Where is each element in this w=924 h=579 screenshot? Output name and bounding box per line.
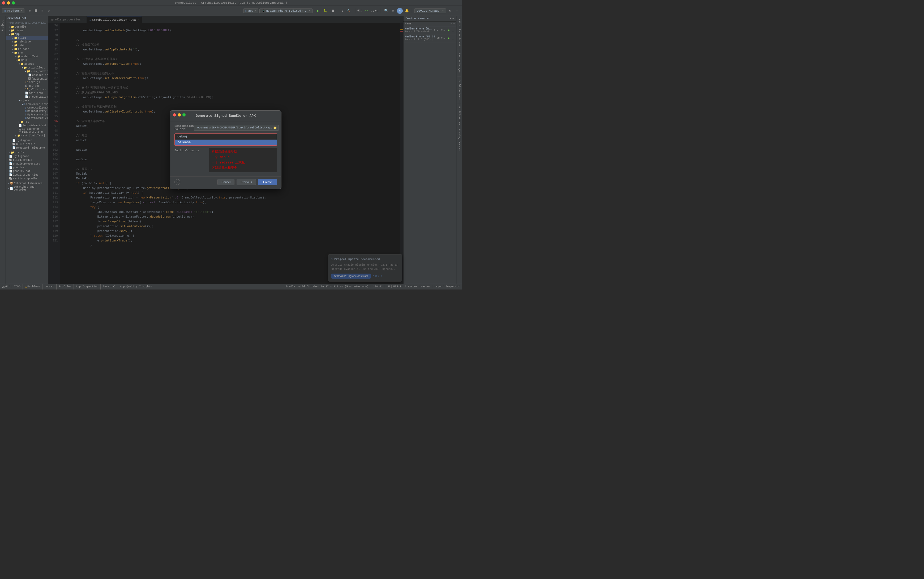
project-tab[interactable]: Project: [1, 18, 5, 33]
search-button[interactable]: 🔍: [383, 8, 389, 14]
tree-item-assets[interactable]: ▼ 📁 assets: [6, 62, 48, 66]
device-2-play[interactable]: ▶: [448, 36, 450, 40]
api-links-tab[interactable]: API Links Assistant: [457, 18, 461, 48]
git-icon1[interactable]: ↗: [369, 9, 370, 13]
debug-button[interactable]: 🐛: [322, 8, 329, 14]
terminal-tab[interactable]: Terminal: [101, 284, 118, 290]
tree-item-cashier[interactable]: 📄 cashier.html: [6, 73, 48, 77]
tree-item-favicon[interactable]: 🖼 favicon.ico: [6, 77, 48, 81]
folder-browse-icon[interactable]: 📁: [273, 126, 277, 129]
tree-item-gradlew[interactable]: 📄 gradlew: [6, 165, 48, 169]
stop-button[interactable]: ⏹: [329, 8, 336, 14]
tree-item-main-class[interactable]: C MainActivity: [6, 110, 48, 113]
tree-item-unittest[interactable]: ▶ 📁 test [unitTest]: [6, 134, 48, 137]
project-dropdown[interactable]: ◫ Project ▾: [2, 8, 25, 13]
device-manager-tab[interactable]: Device Manager: [457, 51, 461, 75]
maximize-button[interactable]: [11, 1, 15, 5]
destination-input[interactable]: -ocuments/ZBKJ/CODEMANGER/SunMi/crmebCol…: [194, 125, 279, 131]
tree-item-buildgradle-app[interactable]: 🐘 build.gradle: [6, 142, 48, 146]
git-check1[interactable]: ✓: [364, 9, 366, 13]
run-config-dropdown[interactable]: ▶ app ▾: [243, 8, 258, 13]
tree-item-gradlew-bat[interactable]: 📄 gradlew.bat: [6, 169, 48, 173]
tree-item-localprops[interactable]: 📄 local.properties: [6, 173, 48, 177]
notifications-tab[interactable]: Notifications: [457, 105, 461, 127]
previous-button[interactable]: Previous: [237, 179, 256, 185]
tree-item-app[interactable]: ▼ 📁 app: [6, 33, 48, 36]
build-variants-tab[interactable]: Build Variants: [457, 78, 461, 101]
toolbar-icon-2[interactable]: ☰: [33, 8, 39, 14]
tree-item-release[interactable]: ▶ 📁 release: [6, 47, 48, 51]
toolbar-icon-4[interactable]: ⚙: [46, 8, 51, 14]
tree-item-mainhtml[interactable]: 📄 main.html: [6, 91, 48, 95]
tree-item-libs[interactable]: ▶ 📁 libs: [6, 44, 48, 47]
cancel-button[interactable]: Cancel: [218, 179, 234, 185]
notifications-button[interactable]: 🔔: [404, 8, 410, 14]
modal-maximize[interactable]: [182, 113, 185, 116]
device-1-more[interactable]: ⋮: [451, 28, 455, 32]
list-item-debug[interactable]: debug: [175, 134, 277, 139]
logcat-tab[interactable]: Logcat: [43, 284, 57, 290]
tree-item-src[interactable]: ▼ 📁 src: [6, 51, 48, 55]
git-status[interactable]: Git: [5, 285, 10, 288]
app-inspection-tab[interactable]: App Inspection: [74, 284, 101, 290]
tree-item-res[interactable]: ▶ 📁 res: [6, 120, 48, 124]
git-icon5[interactable]: ◫: [377, 9, 378, 13]
modal-close[interactable]: [173, 113, 176, 116]
tree-item-settingsgradle[interactable]: 🐘 settings.gradle: [6, 177, 48, 180]
tree-item-crm-class[interactable]: C CrmebCollectActicity: [6, 106, 48, 110]
git-icon3[interactable]: ↺: [373, 9, 374, 13]
tree-item-java[interactable]: ▼ ☕ java: [6, 99, 48, 102]
device-item-1[interactable]: Medium Phone (Edited) AP... Android Tira…: [403, 26, 456, 34]
modal-minimize[interactable]: [178, 113, 181, 116]
settings-button[interactable]: ⚙: [390, 8, 396, 14]
tree-item-androidtest[interactable]: ▶ 📁 androidTest: [6, 55, 48, 58]
layout-inspector-tab[interactable]: Layout Inspector: [432, 285, 462, 288]
app-quality-tab[interactable]: App Quality Insights: [118, 284, 154, 290]
help-button[interactable]: ?: [174, 179, 180, 185]
device-item-2[interactable]: Medium Phone API 30 Android 11.0 ("R") |…: [403, 34, 456, 42]
tree-item-gradle-root[interactable]: ▶ 📁 gradle: [6, 151, 48, 154]
device-dropdown[interactable]: 📱 Medium Phone (Edited) API TiramisuPr..…: [259, 8, 313, 13]
list-item-release[interactable]: release: [175, 139, 277, 146]
device-manager-btn[interactable]: Device Manager ▾: [414, 8, 446, 13]
tree-item-buildgradle[interactable]: 🐘 build.gradle: [6, 158, 48, 162]
device-manager-settings[interactable]: ⚙: [447, 8, 453, 14]
tree-item-gradleprops[interactable]: 📄 gradle.properties: [6, 162, 48, 165]
tree-item-presentation-class[interactable]: C MyPresentation: [6, 113, 48, 116]
git-icon4[interactable]: ⚑: [375, 9, 377, 13]
profiler-tab[interactable]: Profiler: [57, 284, 74, 290]
git-icon2[interactable]: ↙: [371, 9, 372, 13]
account-button[interactable]: A: [397, 8, 403, 14]
device-2-more[interactable]: ⋮: [451, 36, 455, 40]
device-manager-collapse[interactable]: –: [454, 8, 460, 14]
problems-tab[interactable]: ⚠ Problems: [23, 284, 43, 290]
tree-item-gitignore[interactable]: 📄 .gitignore: [6, 154, 48, 158]
create-button[interactable]: Create: [258, 179, 277, 185]
device-1-play[interactable]: ▶: [448, 28, 450, 32]
panel-overflow-icon[interactable]: ⋯: [452, 17, 454, 20]
tree-item-main[interactable]: ▼ 📁 main: [6, 58, 48, 62]
sync-button[interactable]: ↻: [339, 8, 346, 14]
run-button[interactable]: ▶: [315, 8, 321, 14]
tree-item-external-libs[interactable]: ▶ 📦 External Libraries: [6, 182, 48, 185]
panel-add-icon[interactable]: +: [450, 17, 451, 20]
tree-item-proguard[interactable]: 📄 proguard-rules.pro: [6, 146, 48, 150]
tree-item-gitignore-app[interactable]: 📄 .gitignore: [6, 139, 48, 142]
tree-item-jsbridge[interactable]: ▶ 📁 jsbridge: [6, 40, 48, 44]
tree-item-gradle[interactable]: ▶ 📁 .gradle: [6, 25, 48, 29]
todo-tab[interactable]: TODO: [12, 284, 23, 290]
tree-item-view_cashier[interactable]: ▼ 📁 view_cashier: [6, 70, 48, 73]
tree-item-package[interactable]: ▼ ◫ com.crmeb.crmebcollect: [6, 102, 48, 106]
tree-item-core[interactable]: JS core.js: [6, 81, 48, 84]
toolbar-icon-3[interactable]: ≡: [39, 8, 45, 14]
tree-item-manifest[interactable]: 📄 AndroidManifest.xml: [6, 124, 48, 128]
tree-item-pro_collect[interactable]: ▼ 📁 pro_collect: [6, 66, 48, 70]
tree-item-presentation[interactable]: 📄 presentation.html: [6, 95, 48, 99]
tree-item-jsinterface[interactable]: JS jsInterface.js: [6, 88, 48, 91]
tree-item-idea[interactable]: ▶ 📁 .idea: [6, 29, 48, 33]
tree-item-build[interactable]: ▶ 📁 build: [6, 36, 48, 40]
build-button[interactable]: 🔨: [346, 8, 352, 14]
tree-item-icon[interactable]: 🖼 ic_launcher-playstore.png: [6, 128, 48, 134]
tree-item-gx[interactable]: 🖼 gx.jpeg: [6, 84, 48, 88]
git-check2[interactable]: ✓: [366, 9, 368, 13]
